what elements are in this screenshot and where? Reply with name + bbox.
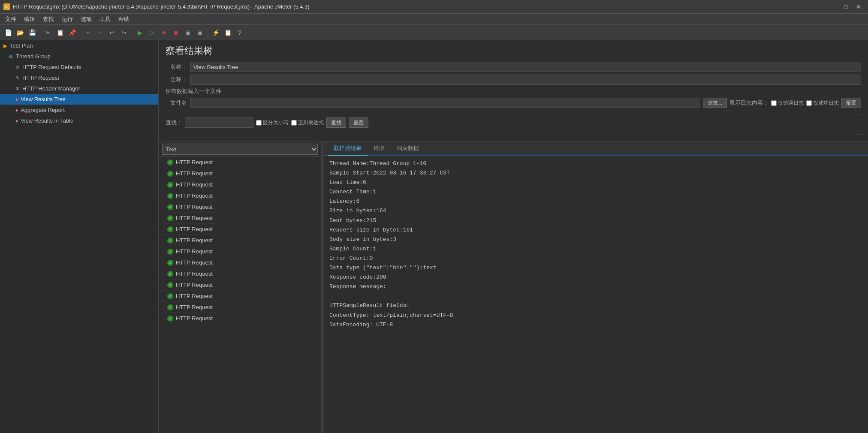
toolbar-open[interactable]: 📂 <box>15 27 26 38</box>
toolbar-start[interactable]: ▶ <box>134 27 145 38</box>
sidebar-item-thread-group[interactable]: ⚙ Thread Group <box>0 51 158 62</box>
dots-top: ... <box>166 111 861 117</box>
result-item-label-9: HTTP Request <box>176 248 213 255</box>
menu-help[interactable]: 帮助 <box>115 15 133 24</box>
menu-tools[interactable]: 工具 <box>96 15 114 24</box>
browse-button[interactable]: 浏览... <box>703 98 727 108</box>
comment-input[interactable] <box>190 75 861 85</box>
menu-search[interactable]: 查找 <box>39 15 57 24</box>
test-plan-icon: ▶ <box>3 43 7 49</box>
list-item[interactable]: ✓ HTTP Request <box>159 291 321 302</box>
toolbar-paste[interactable]: 📌 <box>66 27 78 38</box>
sidebar-item-test-plan[interactable]: ▶ Test Plan <box>0 40 158 51</box>
name-input[interactable] <box>190 62 861 72</box>
status-icon-5: ✓ <box>167 204 173 210</box>
results-toolbar: Text RegExp Tester CSS/JQuery Tester XPa… <box>159 142 321 157</box>
view-results-tree-label: View Results Tree <box>21 96 66 102</box>
menu-edit[interactable]: 编辑 <box>21 15 39 24</box>
result-item-label-4: HTTP Request <box>176 192 213 199</box>
list-item[interactable]: ✓ HTTP Request <box>159 280 321 291</box>
toolbar-cut[interactable]: ✂ <box>42 27 54 38</box>
list-item[interactable]: ✓ HTTP Request <box>159 157 321 168</box>
view-dropdown[interactable]: Text RegExp Tester CSS/JQuery Tester XPa… <box>162 144 318 155</box>
list-item[interactable]: ✓ HTTP Request <box>159 179 321 190</box>
status-icon-4: ✓ <box>167 193 173 199</box>
tab-sampler-result[interactable]: 取样器结果 <box>328 142 368 156</box>
toolbar-sep-2 <box>80 28 80 37</box>
search-row: 查找： 区分大小写 正则表达式 查找 重置 <box>166 117 861 128</box>
toolbar-clear[interactable]: 🗑 <box>182 27 193 38</box>
list-item[interactable]: ✓ HTTP Request <box>159 213 321 224</box>
http-request-icon: ✎ <box>15 75 20 81</box>
regex-label[interactable]: 正则表达式 <box>291 119 324 126</box>
detail-line-14: Response message: <box>329 282 863 292</box>
toolbar-new[interactable]: 📄 <box>3 27 14 38</box>
sidebar-item-http-defaults[interactable]: ✕ HTTP Request Defaults <box>0 62 158 72</box>
main-layout: ▶ Test Plan ⚙ Thread Group ✕ HTTP Reques… <box>0 40 868 433</box>
sidebar-item-aggregate-report[interactable]: ♦ Aggregate Report <box>0 105 158 115</box>
search-input[interactable] <box>185 117 253 128</box>
toolbar-expand[interactable]: + <box>82 27 93 38</box>
case-sensitive-label[interactable]: 区分大小写 <box>256 119 289 126</box>
toolbar-clear-all[interactable]: 🗑 <box>194 27 205 38</box>
only-success-checkbox[interactable] <box>806 100 812 106</box>
menu-file[interactable]: 文件 <box>2 15 20 24</box>
toolbar-template[interactable]: 📋 <box>222 27 233 38</box>
toolbar-save[interactable]: 💾 <box>27 27 38 38</box>
status-icon-2: ✓ <box>167 171 173 177</box>
toolbar-redo[interactable]: ↪ <box>118 27 130 38</box>
only-success-label[interactable]: 仅成功日志 <box>806 99 839 107</box>
config-button[interactable]: 配置 <box>841 98 861 108</box>
list-item[interactable]: ✓ HTTP Request <box>159 201 321 213</box>
only-error-label[interactable]: 仅错误日志 <box>771 99 804 107</box>
search-label: 查找： <box>166 119 182 126</box>
menu-run[interactable]: 运行 <box>58 15 76 24</box>
content-area: 察看结果树 名称： 注释： 所有数据写入一个文件 文件名 浏览... 显示日志内… <box>159 40 868 433</box>
only-error-checkbox[interactable] <box>771 100 777 106</box>
menu-options[interactable]: 选项 <box>77 15 95 24</box>
list-item[interactable]: ✓ HTTP Request <box>159 257 321 268</box>
toolbar-help[interactable]: ? <box>234 27 245 38</box>
file-name-input[interactable] <box>190 98 700 108</box>
list-item[interactable]: ✓ HTTP Request <box>159 190 321 201</box>
sidebar-item-http-header[interactable]: ✕ HTTP Header Manager <box>0 83 158 94</box>
http-defaults-icon: ✕ <box>15 64 20 70</box>
close-button[interactable]: ✕ <box>853 2 865 12</box>
case-sensitive-checkbox[interactable] <box>256 120 262 126</box>
toolbar-start-no-pause[interactable]: ▷ <box>146 27 157 38</box>
sidebar-item-view-results-tree[interactable]: ♦ View Results Tree <box>0 94 158 105</box>
list-item[interactable]: ✓ HTTP Request <box>159 246 321 257</box>
minimize-button[interactable]: ─ <box>827 2 839 12</box>
file-name-row: 文件名 浏览... 显示日志内容： 仅错误日志 仅成功日志 <box>166 98 861 108</box>
list-item[interactable]: ✓ HTTP Request <box>159 224 321 235</box>
status-icon-14: ✓ <box>167 304 173 310</box>
toolbar-copy[interactable]: 📋 <box>54 27 66 38</box>
results-detail: 取样器结果 请求 响应数据 Thread Name:Thread Group 1… <box>324 142 868 433</box>
tab-response-data[interactable]: 响应数据 <box>391 142 425 156</box>
status-icon-12: ✓ <box>167 282 173 288</box>
list-item[interactable]: ✓ HTTP Request <box>159 313 321 324</box>
maximize-button[interactable]: □ <box>840 2 852 12</box>
status-icon-10: ✓ <box>167 260 173 266</box>
list-item[interactable]: ✓ HTTP Request <box>159 235 321 246</box>
list-item[interactable]: ✓ HTTP Request <box>159 168 321 179</box>
tab-request[interactable]: 请求 <box>368 142 391 156</box>
toolbar-sep-4 <box>208 28 208 37</box>
toolbar-collapse[interactable]: - <box>94 27 105 38</box>
regex-checkbox[interactable] <box>291 120 297 126</box>
result-item-label-1: HTTP Request <box>176 159 213 165</box>
sidebar-item-http-request[interactable]: ✎ HTTP Request <box>0 72 158 83</box>
detail-line-17: DataEncoding: UTF-8 <box>329 320 863 330</box>
list-item[interactable]: ✓ HTTP Request <box>159 268 321 280</box>
name-row: 名称： <box>166 62 861 72</box>
sidebar-item-view-results-table[interactable]: ♦ View Results in Table <box>0 115 158 126</box>
reset-button[interactable]: 重置 <box>349 117 368 128</box>
http-header-icon: ✕ <box>15 86 20 92</box>
http-defaults-label: HTTP Request Defaults <box>22 64 81 70</box>
list-item[interactable]: ✓ HTTP Request <box>159 302 321 313</box>
find-button[interactable]: 查找 <box>326 117 346 128</box>
toolbar-undo[interactable]: ↩ <box>106 27 118 38</box>
toolbar-stop[interactable]: ■ <box>158 27 169 38</box>
toolbar-shutdown[interactable]: ◼ <box>170 27 181 38</box>
toolbar-remote[interactable]: ⚡ <box>210 27 221 38</box>
